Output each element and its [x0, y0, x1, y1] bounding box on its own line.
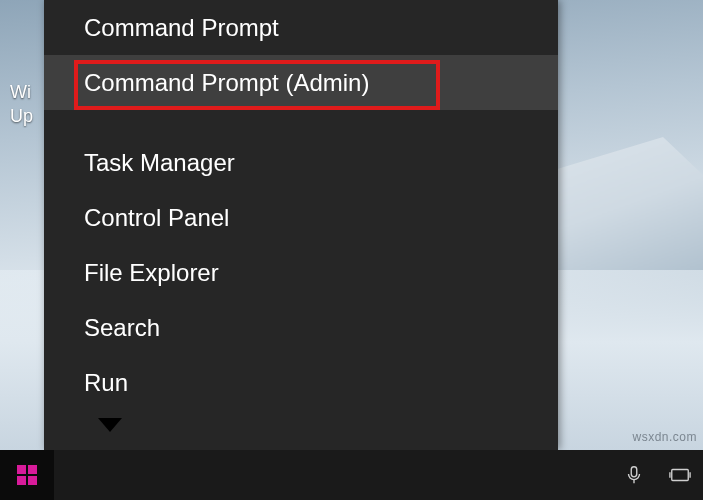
microphone-icon [623, 464, 645, 486]
start-button[interactable] [0, 450, 54, 500]
cutoff-line-1: Wi [10, 80, 40, 104]
task-view-button[interactable] [657, 450, 703, 500]
chevron-down-icon [98, 418, 122, 432]
watermark-text: wsxdn.com [632, 430, 697, 444]
menu-separator-gap [44, 110, 558, 135]
menu-item-label: Command Prompt [84, 14, 279, 42]
menu-item-task-manager[interactable]: Task Manager [44, 135, 558, 190]
winx-context-menu: Command Prompt Command Prompt (Admin) Ta… [44, 0, 558, 450]
svg-rect-2 [672, 470, 689, 481]
menu-item-label: Task Manager [84, 149, 235, 177]
taskbar [0, 450, 703, 500]
menu-item-command-prompt[interactable]: Command Prompt [44, 0, 558, 55]
menu-item-control-panel[interactable]: Control Panel [44, 190, 558, 245]
menu-item-search[interactable]: Search [44, 300, 558, 355]
menu-item-label: Command Prompt (Admin) [84, 69, 369, 97]
cortana-mic-button[interactable] [611, 450, 657, 500]
windows-logo-icon [17, 465, 37, 485]
desktop-cutoff-text: Wi Up [10, 80, 40, 128]
menu-item-file-explorer[interactable]: File Explorer [44, 245, 558, 300]
menu-item-label: File Explorer [84, 259, 219, 287]
menu-item-label: Search [84, 314, 160, 342]
svg-rect-0 [631, 467, 637, 477]
menu-scroll-down-row[interactable] [44, 410, 558, 432]
menu-item-run[interactable]: Run [44, 355, 558, 410]
menu-item-label: Control Panel [84, 204, 229, 232]
menu-item-command-prompt-admin[interactable]: Command Prompt (Admin) [44, 55, 558, 110]
cutoff-line-2: Up [10, 104, 40, 128]
task-view-icon [669, 464, 691, 486]
menu-item-label: Run [84, 369, 128, 397]
